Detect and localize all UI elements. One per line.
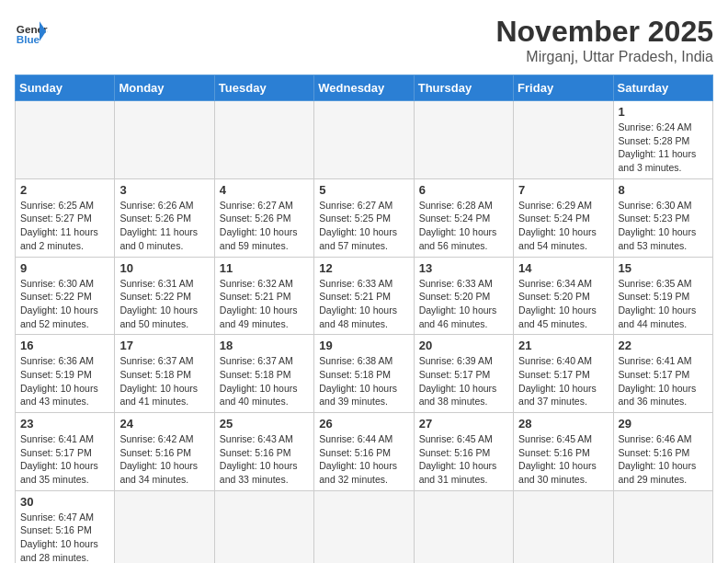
cell-sun-info: Sunrise: 6:47 AM Sunset: 5:16 PM Dayligh… xyxy=(20,511,109,563)
date-number: 4 xyxy=(220,183,309,197)
cell-sun-info: Sunrise: 6:24 AM Sunset: 5:28 PM Dayligh… xyxy=(619,121,708,175)
calendar-cell xyxy=(214,101,313,179)
cell-sun-info: Sunrise: 6:34 AM Sunset: 5:20 PM Dayligh… xyxy=(518,277,608,331)
cell-sun-info: Sunrise: 6:27 AM Sunset: 5:25 PM Dayligh… xyxy=(319,199,408,253)
cell-sun-info: Sunrise: 6:44 AM Sunset: 5:16 PM Dayligh… xyxy=(319,432,408,487)
calendar-cell xyxy=(613,490,712,563)
cell-sun-info: Sunrise: 6:46 AM Sunset: 5:16 PM Dayligh… xyxy=(619,432,708,487)
cell-sun-info: Sunrise: 6:43 AM Sunset: 5:16 PM Dayligh… xyxy=(220,432,309,487)
calendar-week-4: 16Sunrise: 6:36 AM Sunset: 5:19 PM Dayli… xyxy=(16,335,713,413)
calendar-cell xyxy=(16,101,115,179)
cell-sun-info: Sunrise: 6:28 AM Sunset: 5:24 PM Dayligh… xyxy=(419,199,508,253)
date-number: 10 xyxy=(119,261,209,275)
calendar-header-row: SundayMondayTuesdayWednesdayThursdayFrid… xyxy=(16,75,713,101)
cell-sun-info: Sunrise: 6:31 AM Sunset: 5:22 PM Dayligh… xyxy=(119,277,209,331)
calendar-cell: 24Sunrise: 6:42 AM Sunset: 5:16 PM Dayli… xyxy=(115,413,214,491)
calendar-cell xyxy=(414,101,513,179)
date-number: 14 xyxy=(518,261,608,275)
calendar-cell: 13Sunrise: 6:33 AM Sunset: 5:20 PM Dayli… xyxy=(414,257,513,335)
cell-sun-info: Sunrise: 6:45 AM Sunset: 5:16 PM Dayligh… xyxy=(419,432,508,487)
calendar-cell: 29Sunrise: 6:46 AM Sunset: 5:16 PM Dayli… xyxy=(613,413,712,491)
calendar-cell xyxy=(214,490,313,563)
calendar-cell: 3Sunrise: 6:26 AM Sunset: 5:26 PM Daylig… xyxy=(115,178,214,257)
calendar-cell xyxy=(514,490,613,563)
cell-sun-info: Sunrise: 6:37 AM Sunset: 5:18 PM Dayligh… xyxy=(119,354,209,408)
calendar-cell: 10Sunrise: 6:31 AM Sunset: 5:22 PM Dayli… xyxy=(115,257,214,335)
day-header-friday: Friday xyxy=(514,75,613,101)
date-number: 16 xyxy=(20,339,109,352)
date-number: 7 xyxy=(518,183,608,197)
calendar-cell: 19Sunrise: 6:38 AM Sunset: 5:18 PM Dayli… xyxy=(314,335,414,413)
calendar-cell: 30Sunrise: 6:47 AM Sunset: 5:16 PM Dayli… xyxy=(16,490,115,563)
date-number: 3 xyxy=(119,183,209,197)
cell-sun-info: Sunrise: 6:41 AM Sunset: 5:17 PM Dayligh… xyxy=(20,432,109,487)
calendar-cell xyxy=(314,101,414,179)
day-header-wednesday: Wednesday xyxy=(314,75,414,101)
date-number: 5 xyxy=(319,183,408,197)
calendar-table: SundayMondayTuesdayWednesdayThursdayFrid… xyxy=(15,75,713,563)
day-header-thursday: Thursday xyxy=(414,75,513,101)
date-number: 1 xyxy=(619,105,708,119)
cell-sun-info: Sunrise: 6:45 AM Sunset: 5:16 PM Dayligh… xyxy=(518,432,608,487)
cell-sun-info: Sunrise: 6:33 AM Sunset: 5:20 PM Dayligh… xyxy=(419,277,508,331)
calendar-cell: 8Sunrise: 6:30 AM Sunset: 5:23 PM Daylig… xyxy=(613,178,712,257)
date-number: 6 xyxy=(419,183,508,197)
cell-sun-info: Sunrise: 6:38 AM Sunset: 5:18 PM Dayligh… xyxy=(319,354,408,408)
page-header: General Blue November 2025 Mirganj, Utta… xyxy=(15,15,713,65)
date-number: 25 xyxy=(220,417,309,431)
calendar-cell: 16Sunrise: 6:36 AM Sunset: 5:19 PM Dayli… xyxy=(16,335,115,413)
calendar-cell: 21Sunrise: 6:40 AM Sunset: 5:17 PM Dayli… xyxy=(514,335,613,413)
calendar-cell: 17Sunrise: 6:37 AM Sunset: 5:18 PM Dayli… xyxy=(115,335,214,413)
calendar-cell: 14Sunrise: 6:34 AM Sunset: 5:20 PM Dayli… xyxy=(514,257,613,335)
cell-sun-info: Sunrise: 6:41 AM Sunset: 5:17 PM Dayligh… xyxy=(619,354,708,408)
cell-sun-info: Sunrise: 6:32 AM Sunset: 5:21 PM Dayligh… xyxy=(220,277,309,331)
calendar-cell xyxy=(115,490,214,563)
cell-sun-info: Sunrise: 6:40 AM Sunset: 5:17 PM Dayligh… xyxy=(518,354,608,408)
month-title: November 2025 xyxy=(495,15,713,49)
svg-text:Blue: Blue xyxy=(17,33,40,45)
calendar-cell: 22Sunrise: 6:41 AM Sunset: 5:17 PM Dayli… xyxy=(613,335,712,413)
calendar-cell: 20Sunrise: 6:39 AM Sunset: 5:17 PM Dayli… xyxy=(414,335,513,413)
calendar-cell: 2Sunrise: 6:25 AM Sunset: 5:27 PM Daylig… xyxy=(16,178,115,257)
calendar-cell xyxy=(414,490,513,563)
calendar-cell: 6Sunrise: 6:28 AM Sunset: 5:24 PM Daylig… xyxy=(414,178,513,257)
calendar-week-3: 9Sunrise: 6:30 AM Sunset: 5:22 PM Daylig… xyxy=(16,257,713,335)
calendar-cell: 5Sunrise: 6:27 AM Sunset: 5:25 PM Daylig… xyxy=(314,178,414,257)
calendar-cell: 27Sunrise: 6:45 AM Sunset: 5:16 PM Dayli… xyxy=(414,413,513,491)
cell-sun-info: Sunrise: 6:42 AM Sunset: 5:16 PM Dayligh… xyxy=(119,432,209,487)
calendar-cell: 23Sunrise: 6:41 AM Sunset: 5:17 PM Dayli… xyxy=(16,413,115,491)
date-number: 11 xyxy=(220,261,309,275)
calendar-cell xyxy=(115,101,214,179)
day-header-monday: Monday xyxy=(115,75,214,101)
cell-sun-info: Sunrise: 6:30 AM Sunset: 5:22 PM Dayligh… xyxy=(20,277,109,331)
date-number: 13 xyxy=(419,261,508,275)
calendar-cell: 7Sunrise: 6:29 AM Sunset: 5:24 PM Daylig… xyxy=(514,178,613,257)
calendar-cell xyxy=(314,490,414,563)
cell-sun-info: Sunrise: 6:36 AM Sunset: 5:19 PM Dayligh… xyxy=(20,354,109,408)
date-number: 9 xyxy=(20,261,109,275)
cell-sun-info: Sunrise: 6:27 AM Sunset: 5:26 PM Dayligh… xyxy=(220,199,309,253)
calendar-cell: 1Sunrise: 6:24 AM Sunset: 5:28 PM Daylig… xyxy=(613,101,712,179)
calendar-cell: 18Sunrise: 6:37 AM Sunset: 5:18 PM Dayli… xyxy=(214,335,313,413)
cell-sun-info: Sunrise: 6:26 AM Sunset: 5:26 PM Dayligh… xyxy=(119,199,209,253)
date-number: 8 xyxy=(619,183,708,197)
location: Mirganj, Uttar Pradesh, India xyxy=(495,49,713,65)
logo: General Blue xyxy=(15,15,48,48)
date-number: 20 xyxy=(419,339,508,352)
day-header-saturday: Saturday xyxy=(613,75,712,101)
date-number: 22 xyxy=(619,339,708,352)
calendar-week-6: 30Sunrise: 6:47 AM Sunset: 5:16 PM Dayli… xyxy=(16,490,713,563)
calendar-week-2: 2Sunrise: 6:25 AM Sunset: 5:27 PM Daylig… xyxy=(16,178,713,257)
day-header-sunday: Sunday xyxy=(16,75,115,101)
date-number: 28 xyxy=(518,417,608,431)
logo-icon: General Blue xyxy=(15,15,48,48)
date-number: 12 xyxy=(319,261,408,275)
date-number: 23 xyxy=(20,417,109,431)
date-number: 27 xyxy=(419,417,508,431)
date-number: 26 xyxy=(319,417,408,431)
date-number: 2 xyxy=(20,183,109,197)
calendar-cell: 4Sunrise: 6:27 AM Sunset: 5:26 PM Daylig… xyxy=(214,178,313,257)
cell-sun-info: Sunrise: 6:29 AM Sunset: 5:24 PM Dayligh… xyxy=(518,199,608,253)
date-number: 18 xyxy=(220,339,309,352)
calendar-cell: 12Sunrise: 6:33 AM Sunset: 5:21 PM Dayli… xyxy=(314,257,414,335)
